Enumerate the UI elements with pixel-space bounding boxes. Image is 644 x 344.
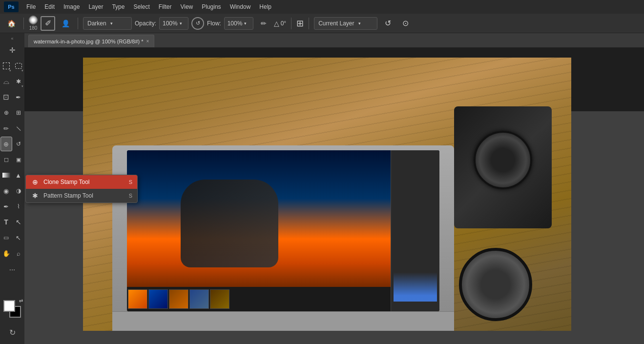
tool-patch[interactable]: ⊞ [13, 105, 24, 120]
menu-select[interactable]: Select [129, 2, 153, 12]
menu-help[interactable]: Help [255, 2, 275, 12]
zoom-icon: ⌕ [17, 250, 21, 257]
move-icon: ✛ [9, 46, 16, 55]
tool-zoom[interactable]: ⌕ [13, 246, 24, 261]
tool-blur[interactable]: ▲ [13, 168, 24, 182]
tool-direct-select[interactable]: ↖ [13, 230, 24, 245]
tool-burn[interactable]: ◑ [13, 183, 24, 198]
tool-type[interactable]: T [0, 215, 12, 229]
tool-crop[interactable]: ⊡ [0, 90, 12, 104]
menu-view[interactable]: View [176, 2, 197, 12]
brush-size-value: 180 [29, 25, 38, 31]
bg-eraser-icon: ▣ [16, 157, 21, 163]
rect-marquee-icon [3, 62, 10, 69]
tool-gradient[interactable] [0, 168, 12, 182]
foreground-color[interactable] [3, 300, 15, 312]
opacity-value-box[interactable]: 100% ▾ [159, 17, 188, 30]
tool-pen[interactable]: ✒ [0, 199, 12, 214]
dodge-icon: ◉ [3, 187, 9, 195]
brush-size-control[interactable]: 180 [29, 16, 38, 31]
pen-icon: ✒ [3, 203, 9, 210]
tool-magic-wand[interactable]: ✱ ▾ [13, 74, 24, 89]
pencil-icon: | [15, 125, 21, 131]
menu-type[interactable]: Type [108, 2, 128, 12]
brush-mode-icon[interactable]: ✐ [41, 16, 55, 31]
tool-pencil[interactable]: | [13, 121, 24, 136]
menu-edit[interactable]: Edit [41, 2, 59, 12]
menu-file[interactable]: File [22, 2, 40, 12]
color-selector[interactable]: ⇄ [3, 300, 21, 318]
menu-filter[interactable]: Filter [155, 2, 176, 12]
tool-freeform-pen[interactable]: ⌇ [13, 199, 24, 214]
blend-mode-dropdown[interactable]: Darken ▾ [83, 17, 132, 30]
flyout-pattern-stamp[interactable]: ✱ Pattern Stamp Tool S [26, 189, 137, 202]
tool-more[interactable]: ··· [3, 262, 21, 276]
history-brush-icon: ↺ [16, 141, 21, 147]
menu-layer[interactable]: Layer [84, 2, 107, 12]
opacity-arrow: ▾ [180, 21, 182, 26]
lasso-marquee-arrow: ▾ [21, 69, 23, 73]
tool-bg-eraser[interactable]: ▣ [13, 152, 24, 167]
stylus-btn[interactable]: ✏ [256, 16, 271, 31]
menu-window[interactable]: Window [226, 2, 255, 12]
tool-eyedropper[interactable]: ✒ [13, 90, 24, 104]
brush-preview [29, 16, 38, 24]
menu-bar: Ps File Edit Image Layer Type Select Fil… [0, 0, 644, 14]
angle-control[interactable]: △ 0° [274, 20, 286, 27]
brush-icon: ✏ [3, 125, 9, 132]
burn-icon: ◑ [16, 187, 21, 194]
swap-colors-icon[interactable]: ⇄ [19, 298, 23, 304]
layer-value: Current Layer [318, 20, 354, 27]
target-icon[interactable]: ⊙ [398, 16, 413, 31]
layer-dropdown[interactable]: Current Layer ▾ [314, 17, 377, 30]
opacity-reset-btn[interactable]: ↺ [191, 17, 204, 30]
tool-history-brush[interactable]: ↺ [13, 137, 24, 151]
reset-icon[interactable]: ↺ [380, 16, 395, 31]
flow-label: Flow: [207, 20, 221, 27]
tool-spot-heal[interactable]: ⊕ [0, 105, 12, 120]
pattern-stamp-shortcut: S [129, 193, 132, 199]
flow-value: 100% [228, 20, 243, 27]
menu-image[interactable]: Image [60, 2, 83, 12]
separator-1 [23, 18, 24, 29]
tool-path-select[interactable]: ↖ [13, 215, 24, 229]
brush-type-icon[interactable]: 👤 [58, 16, 73, 31]
freeform-pen-icon: ⌇ [17, 203, 20, 210]
gradient-icon [2, 173, 10, 178]
separator-2 [78, 18, 78, 29]
tab-close-button[interactable]: × [146, 39, 149, 44]
tool-brush[interactable]: ✏ [0, 121, 12, 136]
tool-move[interactable]: ✛ [3, 43, 21, 58]
tool-flyout-menu: ⊕ Clone Stamp Tool S ✱ Pattern Stamp Too… [25, 175, 138, 203]
tool-rect-marquee[interactable]: ▾ [0, 59, 12, 73]
direct-select-icon: ↖ [16, 234, 21, 242]
flyout-clone-stamp[interactable]: ⊕ Clone Stamp Tool S [26, 175, 137, 189]
tool-dodge[interactable]: ◉ [0, 183, 12, 198]
tool-shape[interactable]: ▭ [0, 230, 12, 245]
more-icon: ··· [9, 265, 16, 273]
tool-lasso-marquee[interactable]: ▾ [13, 59, 24, 73]
clone-stamp-label: Clone Stamp Tool [43, 179, 125, 185]
sample-icon[interactable]: ⊞ [296, 18, 304, 29]
opacity-value: 100% [163, 20, 178, 27]
rotate-icon[interactable]: ↻ [9, 328, 16, 337]
canvas-tab[interactable]: watermark-in-a-photo.jpg @ 100% (RGB/8#)… [28, 35, 154, 47]
menu-plugins[interactable]: Plugins [198, 2, 225, 12]
options-bar: 🏠 180 ✐ 👤 Darken ▾ Opacity: 100% ▾ ↺ Flo… [0, 14, 644, 33]
flow-arrow: ▾ [244, 21, 247, 26]
tool-hand[interactable]: ✋ [0, 246, 12, 261]
rect-marquee-arrow: ▾ [9, 69, 11, 73]
eyedropper-icon: ✒ [16, 94, 21, 101]
flow-value-box[interactable]: 100% ▾ [224, 17, 253, 30]
lasso-marquee-icon [15, 63, 22, 69]
clone-stamp-icon: ⊕ [3, 141, 9, 148]
blur-icon: ▲ [15, 172, 21, 179]
eraser-icon: ◻ [4, 156, 9, 163]
toolbar-collapse[interactable]: « [0, 35, 24, 42]
type-icon: T [4, 218, 8, 226]
tool-clone-stamp[interactable]: ⊕ [0, 137, 12, 151]
path-select-icon: ↖ [16, 218, 21, 226]
home-button[interactable]: 🏠 [4, 16, 19, 31]
tool-eraser[interactable]: ◻ [0, 152, 12, 167]
tool-lasso[interactable]: ⌓ [0, 74, 12, 89]
